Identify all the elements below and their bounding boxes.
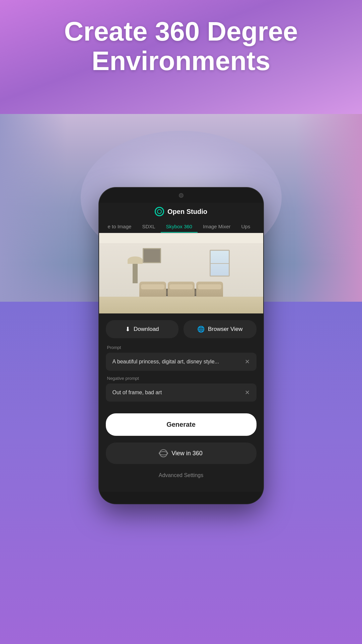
panorama-right-fade	[295, 114, 362, 302]
generate-button[interactable]: Generate	[106, 413, 257, 436]
tab-skybox-360[interactable]: Skybox 360	[161, 220, 198, 233]
app-name: Open Studio	[167, 208, 207, 216]
prompt-label: Prompt	[106, 345, 257, 350]
negative-prompt-value: Out of frame, bad art	[113, 390, 162, 396]
tab-upscale[interactable]: Ups	[236, 220, 256, 233]
sofa-piece-3	[196, 282, 223, 297]
app-logo-icon	[155, 207, 164, 216]
room-scene	[99, 233, 263, 313]
header-title: Create 360 Degree Environments	[0, 17, 362, 76]
negative-prompt-input-container[interactable]: Out of frame, bad art ✕	[106, 384, 257, 402]
app-bar: Open Studio	[99, 203, 263, 220]
form-section: Prompt A beautiful princess, digital art…	[99, 345, 263, 402]
room-painting	[143, 248, 161, 263]
room-sofa	[139, 282, 223, 297]
header-section: Create 360 Degree Environments	[0, 17, 362, 76]
phone-top-bar	[99, 188, 263, 203]
negative-prompt-label: Negative prompt	[106, 376, 257, 381]
room-window	[210, 250, 230, 277]
panoramic-image	[99, 233, 263, 313]
phone-mockup: Open Studio e to Image SDXL Skybox 360 I…	[99, 188, 263, 504]
view-360-icon	[159, 449, 167, 457]
sofa-piece-2	[168, 282, 195, 297]
prompt-input-container[interactable]: A beautiful princess, digital art, disne…	[106, 353, 257, 371]
panorama-left-fade	[0, 114, 67, 302]
tab-image-to-image[interactable]: e to Image	[102, 220, 137, 233]
action-button-row: ⬇ Download 🌐 Browser View	[99, 313, 263, 345]
sofa-piece-1	[139, 282, 166, 297]
negative-prompt-clear-icon[interactable]: ✕	[245, 389, 250, 396]
advanced-settings-section[interactable]: Advanced Settings	[99, 469, 263, 482]
room-floor	[99, 297, 263, 313]
download-icon: ⬇	[125, 326, 130, 333]
prompt-clear-icon[interactable]: ✕	[245, 358, 250, 365]
download-button[interactable]: ⬇ Download	[106, 320, 179, 338]
browser-icon: 🌐	[197, 326, 205, 333]
tab-sdxl[interactable]: SDXL	[137, 220, 160, 233]
phone-body: Open Studio e to Image SDXL Skybox 360 I…	[99, 188, 263, 504]
phone-camera	[179, 193, 184, 198]
negative-prompt-field-group: Negative prompt Out of frame, bad art ✕	[106, 376, 257, 402]
phone-bottom-bar	[99, 492, 263, 504]
nav-tabs: e to Image SDXL Skybox 360 Image Mixer U…	[99, 220, 263, 233]
room-ceiling	[99, 233, 263, 243]
view-360-button[interactable]: View in 360	[106, 443, 257, 464]
room-lamp	[133, 263, 138, 283]
browser-view-button[interactable]: 🌐 Browser View	[184, 320, 257, 338]
phone-content: Open Studio e to Image SDXL Skybox 360 I…	[99, 203, 263, 492]
prompt-field-group: Prompt A beautiful princess, digital art…	[106, 345, 257, 371]
prompt-value: A beautiful princess, digital art, disne…	[113, 359, 219, 365]
tab-image-mixer[interactable]: Image Mixer	[198, 220, 236, 233]
